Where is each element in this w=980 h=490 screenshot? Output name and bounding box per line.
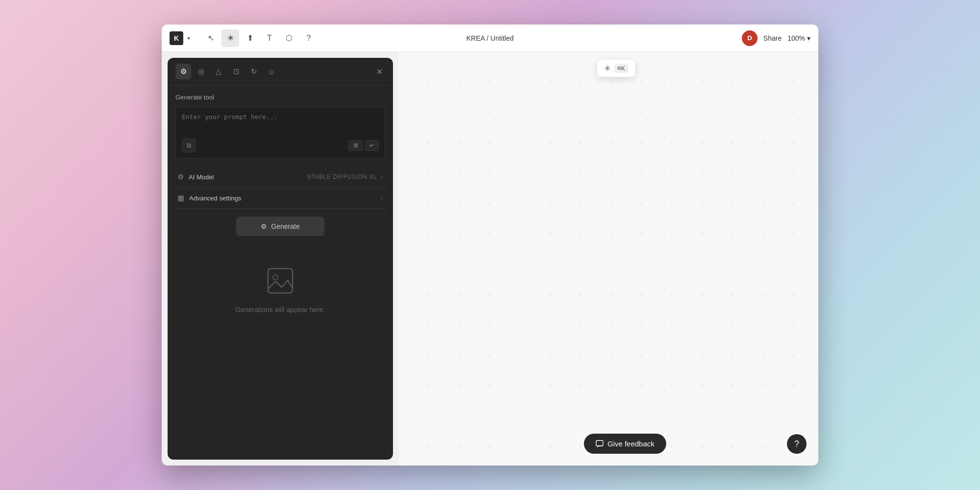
ai-model-row[interactable]: ⚙ AI Model STABLE DIFFUSION XL › (175, 167, 385, 188)
panel-close-button[interactable]: ✕ (373, 66, 385, 77)
ai-model-right: STABLE DIFFUSION XL › (307, 173, 383, 180)
panel-title: Generate tool (175, 94, 385, 101)
svg-point-1 (273, 275, 278, 280)
prompt-keyboard-shortcuts: ⌘ ↵ (348, 140, 379, 151)
ai-model-value: STABLE DIFFUSION XL (307, 173, 377, 180)
generate-button[interactable]: ⚙ Generate (236, 217, 324, 236)
shortcut-kbd: ⌘K (614, 64, 628, 73)
upload-tool-btn[interactable]: ⬆ (241, 29, 259, 47)
tab-refresh[interactable]: ↻ (246, 64, 262, 79)
shortcut-star-icon: ✳ (604, 64, 611, 73)
advanced-settings-icon: ▦ (177, 194, 184, 202)
tab-target[interactable]: ◎ (193, 64, 209, 79)
user-avatar[interactable]: D (742, 30, 758, 46)
dot-grid-background (399, 52, 818, 466)
tab-generate[interactable]: ⚙ (175, 64, 191, 79)
ai-model-icon: ⚙ (177, 172, 184, 181)
return-key[interactable]: ↵ (365, 140, 379, 151)
prompt-actions: ⧉ ⌘ ↵ (182, 139, 379, 152)
generate-tool-btn[interactable]: ✳ (221, 29, 239, 47)
toolbar-icons: ↖ ✳ ⬆ T ⬡ ? (202, 29, 318, 47)
help-button[interactable]: ? (787, 434, 807, 454)
panel-content: Generate tool ⧉ ⌘ ↵ ⚙ (168, 86, 393, 460)
logo-dropdown-arrow[interactable]: ▾ (187, 35, 190, 42)
text-tool-btn[interactable]: T (261, 29, 278, 47)
side-panel: ⚙ ◎ △ ⊡ ↻ ☺ ✕ Generate tool ⧉ (168, 58, 393, 460)
empty-state: Generations will appear here. (175, 244, 385, 333)
titlebar-left: K ▾ ↖ ✳ ⬆ T ⬡ ? (170, 29, 318, 47)
svg-rect-2 (596, 441, 603, 446)
main-content: ⚙ ◎ △ ⊡ ↻ ☺ ✕ Generate tool ⧉ (162, 52, 818, 466)
main-window: K ▾ ↖ ✳ ⬆ T ⬡ ? KREA / Untitled D Share (162, 24, 818, 466)
tab-emoji[interactable]: ☺ (264, 64, 279, 79)
tab-shapes[interactable]: △ (211, 64, 226, 79)
zoom-control[interactable]: 100% ▾ (787, 34, 810, 42)
empty-state-icon (263, 264, 297, 298)
copy-prompt-btn[interactable]: ⧉ (182, 139, 196, 152)
cmd-key[interactable]: ⌘ (348, 140, 363, 151)
shapes-tool-btn[interactable]: ⬡ (280, 29, 298, 47)
ai-model-left: ⚙ AI Model (177, 172, 214, 181)
help-tool-btn[interactable]: ? (300, 29, 318, 47)
advanced-settings-chevron: › (381, 195, 383, 201)
shortcut-tooltip: ✳ ⌘K (597, 60, 635, 77)
titlebar: K ▾ ↖ ✳ ⬆ T ⬡ ? KREA / Untitled D Share (162, 24, 818, 52)
advanced-settings-label: Advanced settings (189, 195, 241, 202)
ai-model-chevron: › (381, 173, 383, 180)
generate-icon: ⚙ (261, 222, 267, 230)
panel-tabs: ⚙ ◎ △ ⊡ ↻ ☺ (175, 64, 279, 79)
krea-logo[interactable]: K (170, 31, 183, 45)
generate-label: Generate (271, 222, 299, 230)
empty-state-text: Generations will appear here. (236, 306, 325, 314)
advanced-settings-right: › (381, 195, 383, 201)
feedback-icon (596, 440, 604, 448)
feedback-label: Give feedback (608, 440, 655, 448)
tab-select[interactable]: ⊡ (228, 64, 244, 79)
share-button[interactable]: Share (763, 34, 782, 42)
svg-rect-0 (268, 269, 293, 293)
prompt-input[interactable] (182, 113, 379, 133)
prompt-area: ⧉ ⌘ ↵ (175, 107, 385, 159)
cursor-tool-btn[interactable]: ↖ (202, 29, 220, 47)
titlebar-title: KREA / Untitled (466, 34, 514, 42)
advanced-settings-left: ▦ Advanced settings (177, 194, 241, 202)
titlebar-right: D Share 100% ▾ (742, 30, 810, 46)
help-icon: ? (794, 439, 799, 449)
panel-header: ⚙ ◎ △ ⊡ ↻ ☺ ✕ (168, 58, 393, 86)
give-feedback-button[interactable]: Give feedback (584, 434, 666, 454)
ai-model-label: AI Model (189, 173, 214, 181)
advanced-settings-row[interactable]: ▦ Advanced settings › (175, 188, 385, 209)
canvas-area[interactable]: ✳ ⌘K Give feedback ? (399, 52, 818, 466)
